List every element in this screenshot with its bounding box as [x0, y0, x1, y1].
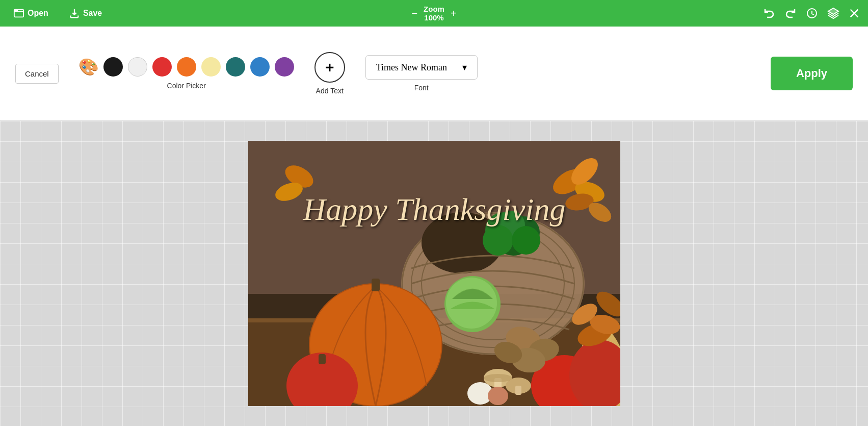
save-button[interactable]: Save [64, 5, 107, 22]
apply-button[interactable]: Apply [771, 57, 853, 90]
svg-rect-46 [515, 386, 521, 395]
redo-icon [784, 7, 797, 19]
chevron-down-icon: ▾ [462, 62, 467, 73]
add-text-button[interactable]: + [314, 52, 345, 83]
top-toolbar: Open Save − Zoom 100% + [0, 0, 868, 27]
open-icon [13, 8, 24, 19]
zoom-area: − Zoom 100% + [411, 5, 456, 22]
thanksgiving-image: Happy Thanksgiving [248, 141, 620, 406]
color-picker-section: 🎨 Color Picker [79, 57, 294, 90]
zoom-in-button[interactable]: + [451, 8, 457, 18]
zoom-out-button[interactable]: − [411, 8, 417, 18]
svg-point-28 [512, 226, 540, 255]
color-orange-button[interactable] [177, 57, 196, 77]
svg-point-49 [488, 387, 508, 405]
undo-button[interactable] [763, 7, 775, 19]
color-black-button[interactable] [103, 57, 123, 77]
undo-icon [763, 7, 775, 19]
svg-text:Happy Thanksgiving: Happy Thanksgiving [302, 192, 565, 227]
cancel-button[interactable]: Cancel [15, 64, 59, 84]
history-button[interactable] [806, 7, 818, 19]
save-label: Save [83, 9, 102, 18]
zoom-value: 100% [424, 13, 443, 22]
layers-icon [827, 7, 839, 19]
close-button[interactable] [849, 8, 860, 19]
font-dropdown[interactable]: Times New Roman ▾ [365, 55, 478, 80]
history-icon [806, 7, 818, 19]
color-picker-label: Color Picker [167, 82, 206, 90]
svg-rect-36 [319, 354, 326, 364]
svg-marker-3 [828, 8, 838, 14]
add-text-icon: + [325, 59, 334, 76]
color-palette-button[interactable]: 🎨 [79, 57, 98, 77]
color-red-button[interactable] [152, 57, 172, 77]
color-teal-button[interactable] [226, 57, 245, 77]
font-label: Font [414, 84, 429, 92]
open-button[interactable]: Open [8, 5, 54, 22]
top-right-icons [763, 7, 860, 19]
redo-button[interactable] [784, 7, 797, 19]
color-white-button[interactable] [128, 57, 147, 77]
color-yellow-button[interactable] [201, 57, 221, 77]
layers-button[interactable] [827, 7, 839, 19]
second-toolbar: Cancel 🎨 Color Picker + Add Text Times N… [0, 27, 868, 121]
color-swatches: 🎨 [79, 57, 294, 77]
font-value: Times New Roman [376, 62, 447, 73]
canvas-area: Happy Thanksgiving [0, 121, 868, 426]
add-text-label: Add Text [316, 87, 344, 95]
svg-rect-33 [372, 279, 380, 291]
zoom-title: Zoom [424, 5, 444, 13]
svg-point-27 [483, 225, 513, 256]
open-label: Open [28, 9, 48, 18]
color-blue-button[interactable] [250, 57, 270, 77]
color-purple-button[interactable] [275, 57, 294, 77]
save-icon [69, 8, 80, 19]
close-icon [849, 8, 860, 19]
add-text-section: + Add Text [314, 52, 345, 95]
image-container[interactable]: Happy Thanksgiving [248, 141, 620, 406]
svg-point-47 [484, 374, 512, 382]
font-section: Times New Roman ▾ Font [365, 55, 478, 92]
